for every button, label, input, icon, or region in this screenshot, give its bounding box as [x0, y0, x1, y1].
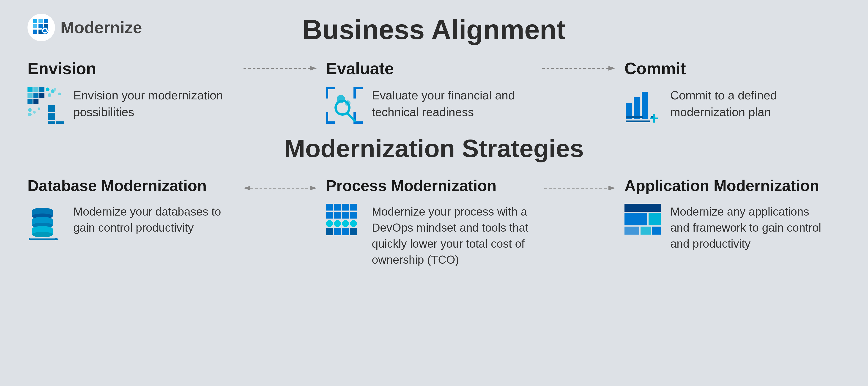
svg-rect-76: [342, 212, 349, 219]
alignment-row: Envision: [28, 59, 840, 125]
strategy-application-header: Application Modernization: [624, 176, 831, 194]
svg-rect-93: [652, 227, 661, 234]
arrow-process-application: [542, 176, 615, 193]
svg-rect-85: [350, 228, 357, 235]
strategy-database-content: Modernize your databases to gain control…: [28, 204, 234, 241]
svg-rect-9: [28, 87, 33, 92]
envision-icon: [28, 87, 64, 125]
page-title: Business Alignment: [302, 14, 566, 45]
page: Modernize Business Alignment Envision: [0, 0, 868, 386]
svg-marker-69: [310, 186, 317, 190]
svg-rect-4: [38, 24, 42, 28]
svg-rect-82: [326, 228, 333, 235]
svg-rect-72: [342, 204, 349, 211]
strategy-process-desc: Modernize your process with a DevOps min…: [372, 204, 533, 268]
svg-rect-33: [326, 87, 335, 89]
phase-commit-title: Commit: [624, 59, 686, 78]
svg-rect-25: [56, 121, 64, 124]
database-icon: [28, 204, 64, 241]
svg-point-20: [54, 88, 56, 91]
phase-evaluate-header: Evaluate: [326, 59, 533, 78]
phase-commit: Commit: [615, 59, 840, 125]
svg-rect-84: [342, 228, 349, 235]
phase-commit-desc: Commit to a defined modernization plan: [670, 87, 831, 121]
svg-rect-1: [38, 19, 42, 23]
svg-rect-2: [44, 19, 48, 23]
svg-rect-70: [326, 204, 333, 211]
svg-rect-47: [634, 97, 640, 119]
svg-rect-22: [48, 105, 55, 112]
phase-evaluate-desc: Evaluate your financial and technical re…: [372, 87, 533, 121]
svg-rect-89: [624, 213, 647, 225]
svg-rect-14: [39, 93, 44, 98]
svg-rect-48: [642, 92, 648, 119]
phase-envision: Envision: [28, 59, 244, 125]
strategy-process-header: Process Modernization: [326, 176, 533, 194]
svg-rect-6: [33, 30, 37, 34]
svg-rect-73: [350, 204, 357, 211]
svg-point-27: [28, 113, 32, 117]
application-icon: [624, 204, 661, 241]
phase-evaluate-content: Evaluate your financial and technical re…: [326, 87, 533, 125]
svg-rect-3: [33, 24, 37, 28]
strategy-database: Database Modernization: [28, 176, 244, 241]
process-icon: [326, 204, 363, 241]
evaluate-icon: [326, 87, 363, 125]
svg-rect-16: [33, 99, 38, 104]
strategy-process-content: Modernize your process with a DevOps min…: [326, 204, 533, 268]
svg-rect-66: [29, 238, 30, 240]
svg-point-17: [46, 88, 50, 91]
svg-point-78: [326, 220, 333, 227]
arrow-database-process: [244, 176, 317, 193]
svg-point-26: [28, 108, 32, 112]
phase-envision-content: Envision your modernization possibilitie…: [28, 87, 234, 125]
svg-point-80: [342, 220, 349, 227]
svg-marker-45: [609, 66, 615, 70]
svg-point-62: [32, 232, 53, 237]
svg-rect-90: [649, 213, 661, 225]
svg-rect-75: [334, 212, 341, 219]
phase-envision-desc: Envision your modernization possibilitie…: [73, 87, 234, 121]
svg-rect-23: [48, 114, 55, 120]
header: Modernize Business Alignment: [28, 14, 840, 45]
svg-rect-77: [350, 212, 357, 219]
commit-icon: [624, 87, 661, 125]
svg-rect-15: [28, 99, 33, 104]
strategy-database-desc: Modernize your databases to gain control…: [73, 204, 234, 236]
svg-marker-64: [55, 237, 59, 240]
strategy-application-title: Application Modernization: [624, 176, 819, 194]
svg-rect-12: [28, 93, 33, 98]
svg-rect-24: [48, 121, 55, 124]
logo-circle: [28, 14, 55, 41]
strategy-process: Process Modernization: [317, 176, 542, 268]
arrow-envision-evaluate: [244, 59, 317, 73]
phase-evaluate: Evaluate: [317, 59, 542, 125]
svg-rect-83: [334, 228, 341, 235]
svg-marker-87: [609, 186, 615, 190]
svg-rect-37: [353, 87, 363, 89]
svg-point-81: [350, 220, 357, 227]
svg-point-29: [37, 107, 40, 110]
svg-point-79: [334, 220, 341, 227]
strategy-application-content: Modernize any applications and framework…: [624, 204, 831, 252]
svg-point-21: [58, 93, 61, 95]
svg-rect-74: [326, 212, 333, 219]
svg-rect-88: [624, 204, 661, 212]
strategy-database-header: Database Modernization: [28, 176, 234, 194]
phase-evaluate-title: Evaluate: [326, 59, 394, 78]
cloud-grid-icon: [32, 18, 51, 37]
svg-rect-13: [33, 93, 38, 98]
svg-rect-35: [326, 121, 335, 124]
phase-commit-header: Commit: [624, 59, 831, 78]
svg-rect-91: [624, 227, 639, 234]
phase-commit-content: Commit to a defined modernization plan: [624, 87, 831, 125]
logo-area: Modernize: [28, 14, 142, 41]
strategy-application-desc: Modernize any applications and framework…: [670, 204, 831, 252]
svg-point-19: [48, 93, 51, 97]
svg-marker-31: [310, 66, 317, 70]
arrow-evaluate-commit: [542, 59, 615, 73]
strategy-database-title: Database Modernization: [28, 176, 207, 194]
svg-rect-0: [33, 19, 37, 23]
svg-rect-92: [641, 227, 651, 234]
svg-rect-11: [39, 87, 44, 92]
